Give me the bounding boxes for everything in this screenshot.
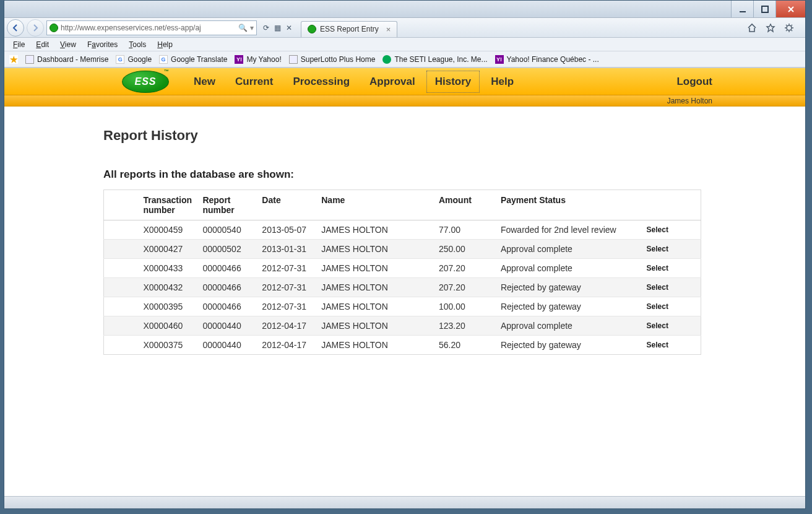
row-leading-cell xyxy=(104,316,139,336)
cell-date: 2012-07-31 xyxy=(257,259,316,278)
cell-payment-status: Fowarded for 2nd level review xyxy=(496,220,642,240)
menu-favorites[interactable]: Favorites xyxy=(82,39,123,50)
column-header: Reportnumber xyxy=(197,190,257,220)
cell-report-number: 00000466 xyxy=(197,278,257,297)
favorite-link[interactable]: Y!Yahoo! Finance Québec - ... xyxy=(495,55,599,64)
cell-payment-status: Approval complete xyxy=(496,259,642,278)
menu-file[interactable]: File xyxy=(8,39,30,50)
back-button[interactable] xyxy=(7,19,24,37)
window-maximize-button[interactable] xyxy=(753,1,775,17)
nav-history[interactable]: History xyxy=(425,69,482,94)
cell-report-number: 00000540 xyxy=(197,220,257,240)
nav-processing[interactable]: Processing xyxy=(283,69,360,94)
cell-amount: 123.20 xyxy=(434,316,496,336)
forward-button[interactable] xyxy=(27,19,44,37)
cell-transaction-number: X0000432 xyxy=(138,278,197,297)
site-favicon xyxy=(50,24,58,32)
column-header: Date xyxy=(257,190,316,220)
user-bar: James Holton xyxy=(4,95,805,107)
compat-button[interactable]: ▦ xyxy=(274,24,281,32)
select-button[interactable]: Select xyxy=(642,240,701,259)
nav-approval[interactable]: Approval xyxy=(360,69,425,94)
favorite-label: My Yahoo! xyxy=(246,55,281,64)
nav-controls: ⟳ ▦ ✕ xyxy=(259,24,296,32)
search-icon[interactable]: 🔍 xyxy=(238,24,248,32)
select-button[interactable]: Select xyxy=(642,259,701,278)
row-leading-cell xyxy=(104,336,139,355)
address-dropdown-icon[interactable]: ▾ xyxy=(250,24,254,32)
browser-nav-bar: http://www.expenseservices.net/ess-app/a… xyxy=(4,18,805,38)
favorite-link[interactable]: SuperLotto Plus Home xyxy=(289,55,376,64)
tab-close-button[interactable]: × xyxy=(382,25,391,34)
menu-tools[interactable]: Tools xyxy=(124,39,151,50)
add-favorite-button[interactable]: ★ xyxy=(9,55,18,64)
favorite-link[interactable]: Dashboard - Memrise xyxy=(25,55,108,64)
cell-amount: 250.00 xyxy=(434,240,496,259)
tools-icon[interactable] xyxy=(784,23,794,33)
svg-rect-0 xyxy=(740,11,746,12)
nav-help[interactable]: Help xyxy=(481,69,524,94)
row-leading-cell xyxy=(104,220,139,240)
ess-logo[interactable]: ESS xyxy=(122,71,169,93)
select-button[interactable]: Select xyxy=(642,297,701,316)
cell-payment-status: Rejected by gateway xyxy=(496,278,642,297)
nav-new[interactable]: New xyxy=(184,69,225,94)
menu-help[interactable]: Help xyxy=(152,39,178,50)
favorite-favicon xyxy=(289,55,298,64)
cell-transaction-number: X0000427 xyxy=(138,240,197,259)
favorites-icon[interactable] xyxy=(766,23,775,33)
menu-edit[interactable]: Edit xyxy=(31,39,54,50)
favorite-label: SuperLotto Plus Home xyxy=(301,55,376,64)
favorite-link[interactable]: GGoogle xyxy=(116,55,152,64)
row-leading-cell xyxy=(104,240,139,259)
window-minimize-button[interactable] xyxy=(731,1,753,17)
cell-amount: 207.20 xyxy=(434,259,496,278)
favorite-favicon: Y! xyxy=(495,55,504,64)
cell-name: JAMES HOLTON xyxy=(316,297,434,316)
cell-report-number: 00000466 xyxy=(197,259,257,278)
favorite-label: The SETI League, Inc. Me... xyxy=(394,55,487,64)
table-row: X0000460000004402012-04-17JAMES HOLTON12… xyxy=(104,316,701,336)
cell-amount: 100.00 xyxy=(434,297,496,316)
stop-button[interactable]: ✕ xyxy=(286,24,292,32)
table-row: X0000459000005402013-05-07JAMES HOLTON77… xyxy=(104,220,701,240)
tab-favicon xyxy=(308,25,316,33)
table-row: X0000432000004662012-07-31JAMES HOLTON20… xyxy=(104,278,701,297)
address-bar[interactable]: http://www.expenseservices.net/ess-app/a… xyxy=(46,20,257,35)
refresh-button[interactable]: ⟳ xyxy=(263,24,269,32)
home-icon[interactable] xyxy=(747,23,757,33)
menu-view[interactable]: View xyxy=(55,39,81,50)
logout-link[interactable]: Logout xyxy=(676,76,712,88)
select-button[interactable]: Select xyxy=(642,336,701,355)
favorites-bar: ★ Dashboard - MemriseGGoogleGGoogle Tran… xyxy=(4,51,805,68)
column-header: Payment Status xyxy=(496,190,642,220)
browser-tab[interactable]: ESS Report Entry × xyxy=(301,21,397,37)
browser-window: http://www.expenseservices.net/ess-app/a… xyxy=(4,0,806,509)
favorite-label: Dashboard - Memrise xyxy=(37,55,108,64)
table-row: X0000427000005022013-01-31JAMES HOLTON25… xyxy=(104,240,701,259)
report-history-table: TransactionnumberReportnumberDateNameAmo… xyxy=(103,189,701,355)
favorite-link[interactable]: Y!My Yahoo! xyxy=(235,55,281,64)
select-button[interactable]: Select xyxy=(642,278,701,297)
favorite-favicon: G xyxy=(116,55,124,64)
favorite-label: Yahoo! Finance Québec - ... xyxy=(507,55,599,64)
cell-name: JAMES HOLTON xyxy=(316,336,434,355)
cell-amount: 56.20 xyxy=(434,336,496,355)
window-close-button[interactable] xyxy=(775,1,805,17)
cell-name: JAMES HOLTON xyxy=(316,259,434,278)
nav-current[interactable]: Current xyxy=(225,69,283,94)
tab-title: ESS Report Entry xyxy=(320,25,379,33)
table-row: X0000375000004402012-04-17JAMES HOLTON56… xyxy=(104,336,701,355)
cell-transaction-number: X0000459 xyxy=(138,220,197,240)
cell-transaction-number: X0000375 xyxy=(138,336,197,355)
cell-transaction-number: X0000460 xyxy=(138,316,197,336)
column-header xyxy=(104,190,139,220)
username-label: James Holton xyxy=(667,97,712,105)
cell-report-number: 00000466 xyxy=(197,297,257,316)
select-button[interactable]: Select xyxy=(642,220,701,240)
select-button[interactable]: Select xyxy=(642,316,701,336)
favorite-link[interactable]: GGoogle Translate xyxy=(159,55,227,64)
cell-payment-status: Approval complete xyxy=(496,240,642,259)
favorite-label: Google xyxy=(127,55,152,64)
favorite-link[interactable]: The SETI League, Inc. Me... xyxy=(382,55,487,64)
